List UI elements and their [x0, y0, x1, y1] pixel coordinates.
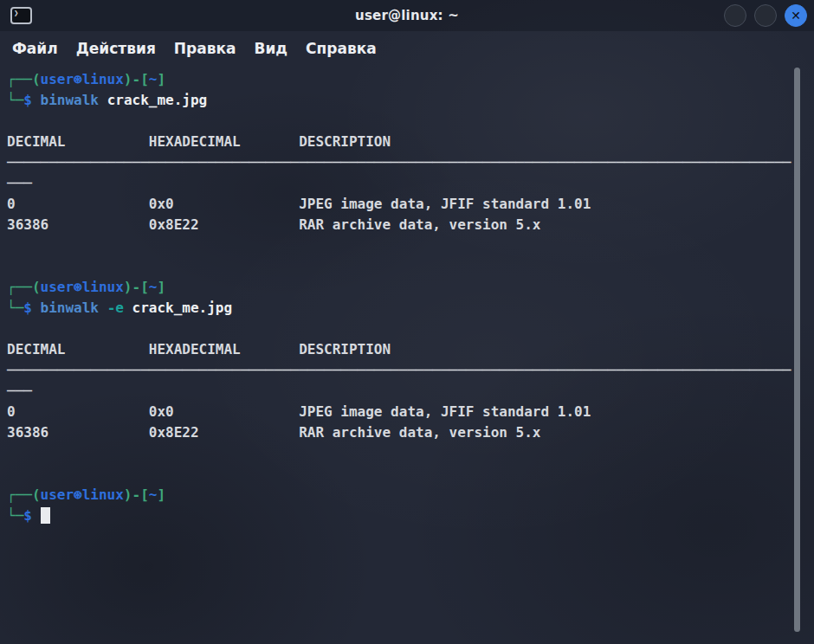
terminal-text-segment: user⊛linux — [41, 71, 124, 87]
terminal-line: DECIMAL HEXADECIMAL DESCRIPTION — [7, 132, 814, 152]
terminal-text-segment: ─── — [7, 383, 32, 399]
terminal-text-segment: )-[ — [124, 486, 149, 503]
terminal-line: 36386 0x8E22 RAR archive data, version 5… — [7, 215, 814, 235]
terminal-line — [7, 443, 814, 464]
terminal-text-segment: $ — [23, 299, 32, 316]
terminal-text-segment: ] — [157, 486, 165, 503]
terminal-text-segment: $ — [23, 92, 32, 108]
terminal-text-segment: 0 0x0 JPEG image data, JFIF standard 1.0… — [7, 196, 591, 212]
terminal-line: └─$ — [7, 506, 814, 526]
terminal-text-segment: DECIMAL HEXADECIMAL DESCRIPTION — [7, 133, 391, 150]
terminal-text-segment: binwalk — [41, 92, 99, 108]
terminal-line: 0 0x0 JPEG image data, JFIF standard 1.0… — [7, 194, 814, 215]
terminal-text-segment: └─ — [7, 507, 23, 524]
terminal-line: ┌──(user⊛linux)-[~] — [7, 485, 814, 506]
terminal-text-segment: $ — [23, 507, 32, 524]
terminal-text-segment: binwalk — [41, 299, 99, 316]
terminal-line: ┌──(user⊛linux)-[~] — [7, 69, 814, 90]
terminal-line: ─── — [7, 173, 814, 194]
terminal-text-segment: ─── — [7, 175, 32, 191]
terminal-text-segment: ] — [157, 279, 165, 295]
window-controls: ✕ — [724, 4, 807, 27]
terminal-text-segment: ~ — [149, 486, 158, 503]
terminal-line: └─$ binwalk crack_me.jpg — [7, 90, 814, 111]
terminal-text-segment: 36386 0x8E22 RAR archive data, version 5… — [7, 424, 541, 441]
terminal-line: DECIMAL HEXADECIMAL DESCRIPTION — [7, 339, 814, 360]
terminal-text-segment: user⊛linux — [41, 486, 124, 503]
terminal-lines: ┌──(user⊛linux)-[~]└─$ binwalk crack_me.… — [7, 69, 814, 526]
close-button[interactable]: ✕ — [785, 4, 807, 27]
menu-item-file[interactable]: Файл — [12, 40, 58, 57]
terminal-text-segment: ~ — [149, 71, 158, 87]
terminal-line — [7, 319, 814, 339]
menu-item-view[interactable]: Вид — [254, 40, 287, 57]
terminal-line — [7, 256, 814, 277]
terminal-text-segment — [32, 299, 41, 316]
menu-item-help[interactable]: Справка — [306, 40, 377, 57]
terminal-text-segment: ┌──( — [7, 71, 41, 87]
terminal-text-segment: ] — [157, 71, 165, 87]
titlebar: ❯ user@linux: ~ ✕ — [0, 0, 814, 31]
terminal-text-segment: ~ — [149, 279, 158, 295]
terminal-line: ┌──(user⊛linux)-[~] — [7, 277, 814, 298]
terminal-text-segment — [124, 299, 132, 316]
terminal-text-segment: crack_me.jpg — [107, 92, 208, 108]
terminal-text-segment — [99, 92, 107, 108]
terminal-text-segment: 0 0x0 JPEG image data, JFIF standard 1.0… — [7, 403, 591, 420]
terminal-line: ────────────────────────────────────────… — [7, 360, 814, 381]
terminal-text-segment: DECIMAL HEXADECIMAL DESCRIPTION — [7, 341, 391, 357]
terminal-line: 36386 0x8E22 RAR archive data, version 5… — [7, 422, 814, 443]
terminal-text-segment: └─ — [7, 92, 23, 108]
terminal-text-segment — [32, 507, 41, 524]
terminal-text-segment: └─ — [7, 299, 23, 316]
menubar: Файл Действия Правка Вид Справка — [0, 31, 814, 66]
terminal-text-segment: -e — [107, 299, 124, 316]
terminal-line: └─$ binwalk -e crack_me.jpg — [7, 298, 814, 319]
terminal-text-segment: )-[ — [124, 71, 149, 87]
terminal-text-segment: crack_me.jpg — [132, 299, 233, 316]
terminal-line: 0 0x0 JPEG image data, JFIF standard 1.0… — [7, 402, 814, 422]
terminal-text-segment: )-[ — [124, 279, 149, 295]
maximize-button[interactable] — [754, 4, 777, 27]
terminal-text-segment: user⊛linux — [41, 279, 124, 295]
terminal-text-segment — [99, 299, 107, 316]
menu-item-actions[interactable]: Действия — [76, 40, 156, 57]
menu-item-edit[interactable]: Правка — [174, 40, 236, 57]
scrollbar-thumb[interactable] — [794, 68, 800, 632]
window-title: user@linux: ~ — [0, 8, 814, 23]
terminal-text-segment: ────────────────────────────────────────… — [7, 362, 791, 378]
terminal-area[interactable]: ┌──(user⊛linux)-[~]└─$ binwalk crack_me.… — [0, 66, 814, 644]
terminal-line — [7, 235, 814, 256]
terminal-line — [7, 111, 814, 132]
terminal-text-segment: ┌──( — [7, 486, 41, 503]
terminal-text-segment: ────────────────────────────────────────… — [7, 154, 791, 171]
terminal-line: ────────────────────────────────────────… — [7, 152, 814, 173]
terminal-line — [7, 464, 814, 485]
terminal-line: ─── — [7, 381, 814, 402]
terminal-text-segment: ┌──( — [7, 279, 41, 295]
terminal-cursor — [41, 507, 50, 524]
close-icon: ✕ — [791, 10, 801, 22]
terminal-text-segment: 36386 0x8E22 RAR archive data, version 5… — [7, 216, 541, 233]
minimize-button[interactable] — [724, 4, 746, 27]
terminal-text-segment — [32, 92, 41, 108]
